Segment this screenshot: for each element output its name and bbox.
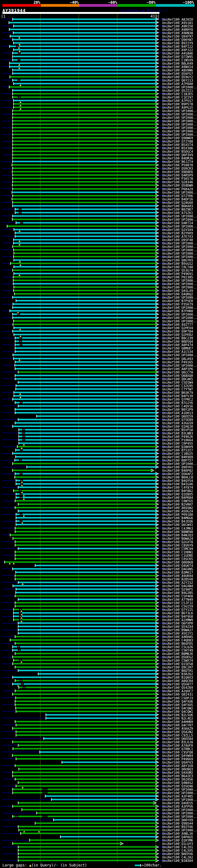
hit-bar[interactable] [13,585,156,587]
hit-bar[interactable] [19,829,156,831]
hit-bar[interactable] [14,334,156,335]
hit-bar[interactable] [13,727,156,729]
hit-bar[interactable] [14,320,156,322]
hit-bar[interactable] [14,619,156,620]
hit-bar[interactable] [13,317,156,318]
hit-bar[interactable] [12,219,156,220]
hit-bar[interactable] [13,96,156,98]
hit-bar[interactable] [13,677,156,678]
hit-bar[interactable] [14,239,156,241]
hit-bar[interactable] [12,171,156,173]
hit-bar[interactable] [19,432,156,434]
hit-bar[interactable] [52,799,156,800]
hit-bar[interactable] [15,606,156,607]
hit-bar[interactable] [14,259,156,261]
hit-bar[interactable] [19,510,156,512]
hit-bar[interactable] [15,361,156,363]
hit-bar[interactable] [14,612,156,614]
hit-bar[interactable] [15,765,156,766]
hit-bar[interactable] [18,446,156,447]
hit-bar[interactable] [14,609,156,610]
hit-bar[interactable] [15,337,156,339]
hit-bar[interactable] [15,422,156,424]
hit-bar[interactable] [15,344,156,345]
hit-bar[interactable] [10,66,156,67]
hit-bar[interactable] [14,659,156,661]
hit-bar[interactable] [14,25,156,27]
hit-bar[interactable] [13,741,156,743]
hit-bar[interactable] [15,643,156,644]
hit-bar[interactable] [16,524,156,525]
hit-bar[interactable] [16,707,156,709]
hit-bar[interactable] [22,809,156,810]
hit-bar[interactable] [16,483,156,485]
hit-bar[interactable] [13,19,156,20]
hit-bar[interactable] [13,463,156,464]
hit-bar[interactable] [16,517,156,519]
hit-bar[interactable] [19,670,156,671]
hit-bar[interactable] [13,788,156,790]
hit-bar[interactable] [15,595,156,597]
hit-bar[interactable] [13,354,156,355]
hit-bar[interactable] [13,90,156,91]
hit-bar[interactable] [19,860,156,861]
hit-bar[interactable] [14,392,156,393]
hit-bar[interactable] [14,106,156,108]
hit-bar[interactable] [13,110,156,112]
hit-bar[interactable] [13,246,156,247]
hit-bar[interactable] [14,229,156,230]
hit-bar[interactable] [13,202,156,203]
hit-bar[interactable] [15,578,156,580]
hit-bar[interactable] [13,792,156,794]
hit-bar[interactable] [15,500,156,502]
hit-bar[interactable] [13,123,156,125]
hit-bar[interactable] [13,174,156,176]
hit-bar[interactable] [14,616,156,617]
hit-bar[interactable] [12,198,156,200]
hit-bar[interactable] [13,127,156,128]
hit-bar[interactable] [19,548,156,549]
hit-bar[interactable] [19,632,156,634]
hit-bar[interactable] [13,56,156,57]
hit-bar[interactable] [21,833,156,834]
hit-bar[interactable] [13,816,156,817]
hit-bar[interactable] [15,409,156,410]
hit-bar[interactable] [16,588,156,590]
hit-bar[interactable] [16,300,156,302]
hit-bar[interactable] [13,775,156,777]
hit-bar[interactable] [19,853,156,855]
hit-bar[interactable] [15,701,156,702]
hit-bar[interactable] [13,276,156,278]
hit-bar[interactable] [15,778,156,780]
hit-bar[interactable] [19,442,156,444]
hit-bar[interactable] [15,378,156,380]
hit-bar[interactable] [19,826,156,827]
hit-bar[interactable] [15,704,156,706]
hit-bar[interactable] [15,602,156,603]
hit-bar[interactable] [10,63,156,64]
hit-bar[interactable] [7,225,156,227]
hit-bar[interactable] [16,592,156,593]
hit-bar[interactable] [14,42,156,44]
hit-bar[interactable] [14,256,156,257]
hit-bar[interactable] [15,527,156,529]
hit-bar[interactable] [15,402,156,403]
hit-bar[interactable] [15,551,156,553]
hit-bar[interactable] [13,693,156,695]
hit-bar[interactable] [13,805,156,807]
hit-bar[interactable] [12,191,156,193]
hit-bar[interactable] [13,748,156,749]
hit-bar[interactable] [19,598,156,600]
hit-bar[interactable] [14,327,156,329]
hit-bar[interactable] [13,280,156,281]
hit-bar[interactable] [13,270,156,271]
hit-bar[interactable] [35,823,156,824]
hit-bar[interactable] [19,622,156,624]
hit-bar[interactable] [15,232,156,234]
hit-bar[interactable] [13,297,156,298]
hit-bar[interactable] [19,687,156,688]
hit-bar[interactable] [13,188,156,190]
hit-bar[interactable] [19,381,156,383]
hit-bar[interactable] [13,195,156,196]
hit-bar[interactable] [15,545,156,546]
